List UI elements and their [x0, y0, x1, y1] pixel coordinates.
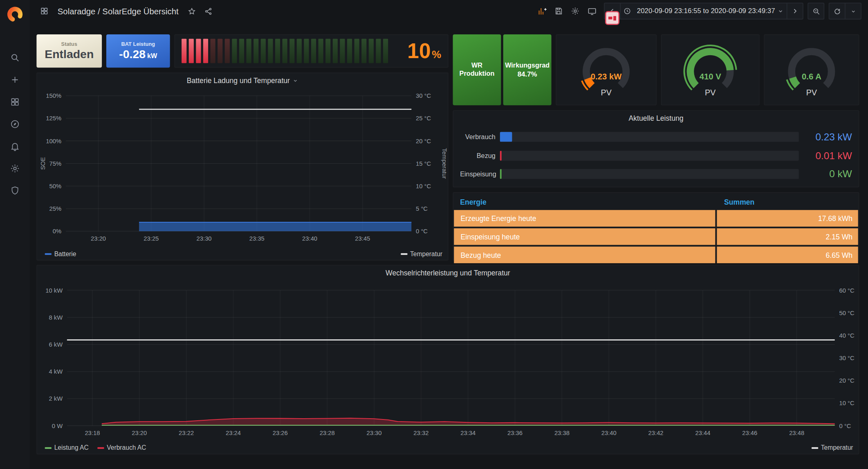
- einspeisung-bar-track: [500, 169, 799, 179]
- svg-text:23:44: 23:44: [695, 430, 710, 436]
- battery-soc-bargauge-panel: 10%: [175, 34, 449, 68]
- svg-text:8 kW: 8 kW: [49, 314, 63, 321]
- battery-cell: [311, 39, 316, 63]
- svg-text:23:42: 23:42: [648, 430, 664, 436]
- explore-button[interactable]: [4, 113, 26, 135]
- save-dashboard-button[interactable]: [551, 3, 567, 20]
- grafana-logo[interactable]: [4, 5, 25, 25]
- table-row: Einspeisung heute 2.15 Wh: [453, 228, 859, 245]
- dashboards-button[interactable]: [4, 91, 26, 113]
- bar-label: Verbrauch: [460, 133, 496, 141]
- legend-label: Verbrauch AC: [107, 444, 146, 451]
- table-cell-label: Bezug heute: [454, 247, 715, 264]
- svg-text:0 W: 0 W: [52, 423, 63, 429]
- legend-label: Leistung AC: [54, 444, 89, 451]
- table-cell-label: Einspeisung heute: [454, 228, 715, 245]
- inverter-chart-canvas[interactable]: 23:1823:2023:2223:2423:2623:2823:3023:32…: [37, 266, 859, 454]
- add-panel-button[interactable]: [534, 3, 550, 20]
- grafana-dashboard: Solaradge / SolarEdge Übersicht: [0, 0, 868, 469]
- energie-table-panel: Energie Summen Erzeugte Energie heute 17…: [453, 192, 859, 261]
- battery-cell: [247, 39, 251, 63]
- configuration-button[interactable]: [4, 158, 26, 180]
- column-header-energie[interactable]: Energie: [453, 198, 716, 206]
- legend-item-temperatur[interactable]: Temperatur: [812, 444, 853, 451]
- star-icon: [188, 7, 196, 15]
- legend-item-verbrauch-ac[interactable]: Verbrauch AC: [97, 444, 146, 451]
- battery-cell: [347, 39, 352, 63]
- svg-text:10 °C: 10 °C: [416, 183, 431, 189]
- stat-title: Status: [61, 41, 77, 47]
- dashboard-icon-button[interactable]: [36, 3, 52, 20]
- panel-title[interactable]: Wechselrichterleistung und Temperatur: [37, 266, 859, 280]
- battery-power-value: -0.28kW: [119, 48, 157, 61]
- battery-cell: [196, 39, 201, 63]
- apps-grid-icon: [40, 7, 49, 16]
- zoom-out-button[interactable]: [808, 3, 824, 19]
- pv-voltage-gauge-panel: 410 V PV: [661, 34, 760, 105]
- zoom-out-icon: [812, 7, 820, 15]
- svg-text:100%: 100%: [46, 138, 61, 144]
- star-dashboard-button[interactable]: [184, 3, 200, 20]
- refresh-interval-dropdown[interactable]: [846, 3, 861, 19]
- gauge-arc: [770, 38, 853, 93]
- refresh-button[interactable]: [829, 3, 845, 19]
- svg-text:10 °C: 10 °C: [839, 400, 854, 406]
- power-bar-row-einspeisung: Einspeisung 0 kW: [460, 169, 852, 180]
- battery-cell: [340, 39, 345, 63]
- share-dashboard-button[interactable]: [201, 3, 216, 20]
- legend-swatch: [97, 447, 104, 449]
- dashboard-title[interactable]: Solaradge / SolarEdge Übersicht: [58, 7, 179, 16]
- svg-text:23:38: 23:38: [554, 430, 570, 436]
- legend-item-temperatur[interactable]: Temperatur: [401, 250, 442, 257]
- chevron-down-icon: [777, 8, 784, 14]
- cycle-view-button[interactable]: [584, 3, 600, 20]
- battery-cell: [211, 39, 215, 63]
- svg-text:23:25: 23:25: [144, 235, 159, 242]
- battery-cell: [203, 39, 208, 63]
- time-range-picker[interactable]: 2020-09-09 23:16:55 to 2020-09-09 23:49:…: [621, 3, 787, 19]
- svg-text:0 °C: 0 °C: [839, 423, 851, 429]
- svg-text:23:40: 23:40: [601, 430, 617, 436]
- dashboard-settings-button[interactable]: [568, 3, 583, 20]
- svg-text:50 °C: 50 °C: [839, 310, 854, 316]
- refresh-group: [829, 3, 861, 20]
- battery-chart-canvas[interactable]: 23:2023:2523:3023:3523:4023:450%25%50%75…: [37, 73, 448, 260]
- svg-text:50%: 50%: [49, 183, 62, 189]
- inverter-chart-panel: Wechselrichterleistung und Temperatur 23…: [36, 265, 859, 454]
- shield-icon: [10, 186, 20, 196]
- legend-swatch: [812, 447, 818, 449]
- gauge-label: PV: [765, 88, 859, 97]
- svg-text:4 kW: 4 kW: [49, 368, 63, 375]
- time-shift-forward-button[interactable]: [787, 3, 803, 19]
- bell-icon: [10, 141, 20, 151]
- battery-power-stat-panel: BAT Leistung -0.28kW: [106, 34, 170, 68]
- legend-item-leistung-ac[interactable]: Leistung AC: [45, 444, 89, 451]
- svg-text:23:18: 23:18: [85, 430, 100, 436]
- chart-legend: Leistung ACVerbrauch ACTemperatur: [45, 444, 853, 451]
- search-button[interactable]: [4, 47, 26, 69]
- battery-cell: [325, 39, 330, 63]
- create-button[interactable]: [4, 69, 26, 91]
- battery-cell-strip: [182, 39, 388, 63]
- battery-cell: [283, 39, 287, 63]
- svg-text:23:35: 23:35: [249, 235, 265, 242]
- einspeisung-bar-fill: [500, 169, 502, 179]
- battery-cell: [318, 39, 323, 63]
- svg-text:23:36: 23:36: [507, 430, 523, 436]
- chevron-right-icon: [791, 7, 799, 15]
- panel-title[interactable]: Batterie Ladung und Temperatur: [37, 73, 448, 88]
- dashboards-icon: [10, 97, 20, 107]
- stat-title: BAT Leistung: [121, 41, 155, 47]
- server-admin-button[interactable]: [4, 180, 26, 202]
- save-icon: [554, 7, 563, 16]
- alerting-button[interactable]: [4, 135, 26, 157]
- battery-cell: [333, 39, 338, 63]
- battery-cell: [239, 39, 244, 63]
- column-header-summen[interactable]: Summen: [716, 198, 754, 206]
- power-bar-row-verbrauch: Verbrauch 0.23 kW: [460, 131, 852, 142]
- svg-text:23:32: 23:32: [413, 430, 428, 436]
- battery-cell: [354, 39, 359, 63]
- panel-title[interactable]: Aktuelle Leistung: [453, 111, 859, 125]
- legend-item-batterie[interactable]: Batterie: [45, 250, 76, 257]
- battery-cell: [189, 39, 194, 63]
